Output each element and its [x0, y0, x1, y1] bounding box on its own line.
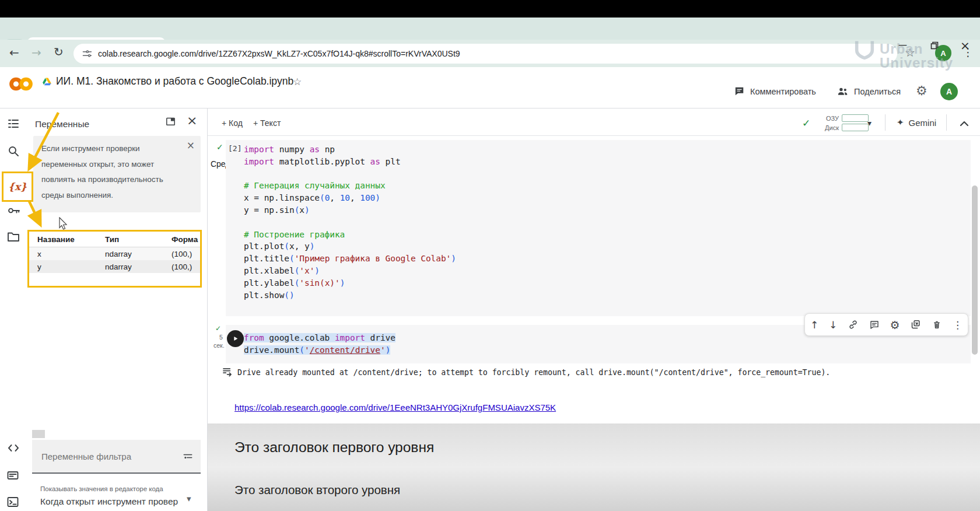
panel-scrollbar-stub[interactable]: [32, 430, 45, 438]
add-comment-icon[interactable]: [869, 320, 880, 330]
move-cell-up-icon[interactable]: ↑: [810, 319, 818, 331]
urban-university-watermark: Urban University: [853, 37, 876, 63]
dropdown-caret-icon[interactable]: ▾: [187, 494, 191, 504]
cell2-code[interactable]: from google.colab import drivedrive.moun…: [244, 332, 396, 356]
add-text-button[interactable]: + Текст: [253, 118, 281, 128]
toolbar-separator: [885, 114, 886, 131]
restore-icon: [930, 41, 939, 50]
sidebar-divider: [207, 108, 208, 511]
terminal-icon[interactable]: [5, 495, 20, 509]
cell-output-text: Drive already mounted at /content/drive;…: [237, 368, 830, 377]
output-icon: [221, 366, 233, 377]
gemini-button[interactable]: ✦ Gemini: [897, 117, 936, 128]
variables-info-text: Если инструмент проверки переменных откр…: [41, 141, 173, 203]
gemini-star-icon: ✦: [897, 117, 904, 128]
reload-icon[interactable]: ↻: [54, 45, 64, 59]
resource-monitor[interactable]: ОЗУ Диск: [821, 114, 869, 131]
variables-table-header: Название Тип Форма: [29, 232, 200, 247]
window-restore-button[interactable]: [930, 41, 939, 50]
toolbar-separator-2: [946, 114, 947, 131]
cell1-success-check-icon: ✓: [216, 142, 223, 152]
table-row[interactable]: x ndarray (100,): [29, 247, 200, 260]
cell-settings-gear-icon[interactable]: ⚙: [890, 318, 900, 331]
search-icon[interactable]: [6, 144, 20, 158]
university-shield-icon: [853, 37, 876, 63]
variables-panel-title: Переменные: [35, 119, 89, 130]
share-button[interactable]: Поделиться: [836, 86, 901, 97]
url-text: colab.research.google.com/drive/1ZZ67X2p…: [98, 49, 460, 58]
variables-rail-button[interactable]: {x}: [2, 172, 33, 202]
settings-gear-icon[interactable]: ⚙: [916, 83, 928, 98]
cell1-code[interactable]: import numpy as npimport matplotlib.pypl…: [244, 144, 456, 301]
move-cell-down-icon[interactable]: ↓: [829, 319, 837, 331]
cell1-execution-count: [2]: [228, 144, 242, 153]
files-folder-icon[interactable]: [6, 230, 20, 243]
add-code-button[interactable]: + Код: [222, 118, 243, 128]
editor-values-label: Показывать значения в редакторе кода: [40, 485, 163, 492]
ram-label: ОЗУ: [821, 115, 839, 122]
command-palette-icon[interactable]: [5, 468, 20, 482]
dismiss-info-icon[interactable]: ×: [187, 139, 195, 151]
favorite-star-icon[interactable]: ☆: [293, 76, 302, 88]
play-icon: [232, 335, 239, 342]
colab-user-avatar[interactable]: A: [940, 83, 958, 100]
colab-logo: [8, 75, 34, 93]
cell-toolbar: ↑ ↓ ⚙ ⋮: [804, 313, 968, 336]
browser-tab-strip: Urban University ИИ. М1. Знакомство и ра…: [0, 18, 980, 40]
filter-icon[interactable]: [182, 451, 194, 461]
variables-table: Название Тип Форма x ndarray (100,) y nd…: [27, 230, 202, 288]
disk-meter: [842, 124, 869, 131]
runtime-dropdown-caret-icon[interactable]: ▾: [867, 118, 872, 128]
close-panel-icon[interactable]: ×: [187, 113, 197, 128]
window-close-button[interactable]: ×: [960, 38, 970, 52]
ram-meter: [842, 114, 869, 122]
secrets-key-icon[interactable]: [6, 204, 22, 218]
forward-icon[interactable]: →: [32, 46, 41, 60]
open-panel-in-window-icon[interactable]: [165, 116, 176, 127]
mouse-cursor: [58, 217, 70, 230]
code-snippets-icon[interactable]: [6, 442, 21, 454]
top-black-bar: [0, 0, 980, 18]
copy-cell-link-icon[interactable]: [848, 319, 859, 330]
header-divider: [0, 108, 980, 108]
comment-button[interactable]: Комментировать: [734, 86, 816, 97]
delete-cell-icon[interactable]: [932, 320, 942, 330]
disk-label: Диск: [821, 124, 839, 131]
site-info-icon: [82, 48, 92, 59]
watermark-line2: University: [880, 55, 953, 71]
table-row[interactable]: y ndarray (100,): [29, 260, 200, 273]
drive-icon: [42, 77, 52, 86]
colab-header: ИИ. М1. Знакомство и работа с GoogleCola…: [0, 67, 980, 108]
screen: Urban University ИИ. М1. Знакомство и ра…: [0, 0, 980, 511]
back-icon[interactable]: ←: [9, 46, 19, 60]
mirror-cell-icon[interactable]: [910, 319, 921, 330]
table-of-contents-icon[interactable]: [6, 117, 20, 131]
markdown-link[interactable]: https://colab.research.google.com/drive/…: [235, 402, 556, 412]
collapse-toolbar-icon[interactable]: [958, 118, 970, 128]
runtime-connected-check-icon: ✓: [802, 117, 810, 129]
video-fade-overlay: [208, 424, 980, 511]
cell2-runtime-unit: сек.: [214, 342, 225, 349]
more-cell-actions-icon[interactable]: ⋮: [953, 319, 963, 331]
editor-values-dropdown[interactable]: Когда открыт инструмент провер: [40, 496, 186, 507]
window-minimize-button[interactable]: —: [898, 40, 907, 50]
toolbar-divider: [208, 135, 980, 136]
variables-x-icon: {x}: [8, 181, 27, 192]
filter-input[interactable]: [40, 451, 182, 462]
markdown-heading-2: Это заголовок второго уровня: [235, 483, 400, 497]
markdown-heading-1: Это заголовок первого уровня: [235, 439, 434, 456]
notebook-scrollbar[interactable]: [972, 186, 978, 355]
cell2-success-check-icon: ✓: [215, 324, 221, 332]
notebook-title[interactable]: ИИ. М1. Знакомство и работа с GoogleCola…: [56, 75, 293, 88]
people-icon: [836, 86, 849, 97]
run-cell-button[interactable]: [227, 330, 244, 347]
variables-filter: [32, 440, 201, 474]
browser-address-row: ← → ↻ colab.research.google.com/drive/1Z…: [0, 40, 980, 67]
variables-info-box: Если инструмент проверки переменных откр…: [33, 136, 201, 212]
cell2-runtime-value: 5: [219, 334, 223, 341]
address-bar[interactable]: colab.research.google.com/drive/1ZZ67X2p…: [74, 44, 897, 64]
comment-icon: [734, 86, 745, 97]
